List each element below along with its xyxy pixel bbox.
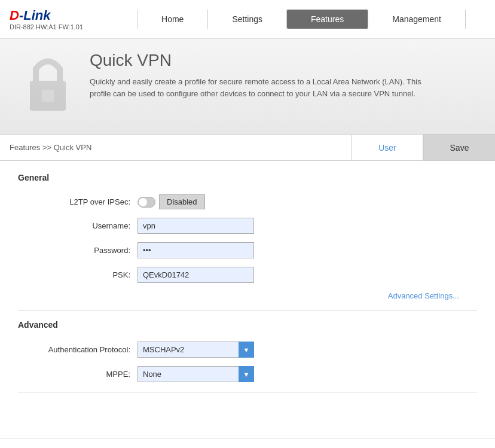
- l2tp-group: L2TP over IPSec: Disabled: [18, 194, 477, 209]
- password-group: Password:: [18, 242, 477, 258]
- l2tp-toggle-label[interactable]: Disabled: [159, 194, 205, 209]
- vpn-icon: [18, 51, 78, 117]
- username-group: Username:: [18, 218, 477, 234]
- advanced-settings-row: Advanced Settings...: [18, 291, 477, 300]
- psk-input[interactable]: [138, 267, 254, 283]
- l2tp-label: L2TP over IPSec:: [18, 197, 138, 206]
- advanced-section-title: Advanced: [18, 320, 477, 330]
- action-buttons: User Save: [352, 135, 495, 160]
- logo-area: D-Link DIR-882 HW:A1 FW:1.01: [10, 8, 117, 31]
- nav-features[interactable]: Features: [287, 10, 368, 29]
- mppe-wrapper: None 40-bit 128-bit: [138, 366, 254, 382]
- l2tp-toggle-container: Disabled: [138, 194, 205, 209]
- user-button[interactable]: User: [352, 135, 423, 160]
- hero-section: Quick VPN Quickly and easily create a pr…: [0, 39, 495, 135]
- footer: COPYRIGHT © 2016 D-Link: [0, 438, 495, 448]
- mppe-label: MPPE:: [18, 370, 138, 379]
- auth-protocol-group: Authentication Protocol: MSCHAPv2 CHAP P…: [18, 342, 477, 358]
- auth-protocol-wrapper: MSCHAPv2 CHAP PAP: [138, 342, 254, 358]
- breadcrumb: Features >> Quick VPN: [0, 135, 352, 160]
- hero-text: Quick VPN Quickly and easily create a pr…: [90, 51, 436, 99]
- mppe-select[interactable]: None 40-bit 128-bit: [138, 366, 254, 382]
- logo: D-Link: [10, 8, 117, 23]
- header: D-Link DIR-882 HW:A1 FW:1.01 Home Settin…: [0, 0, 495, 39]
- advanced-settings-link[interactable]: Advanced Settings...: [388, 291, 459, 300]
- username-label: Username:: [18, 221, 138, 230]
- content-area: General L2TP over IPSec: Disabled Userna…: [0, 161, 495, 414]
- nav-settings[interactable]: Settings: [208, 10, 287, 29]
- divider-2: [18, 392, 477, 392]
- auth-protocol-select[interactable]: MSCHAPv2 CHAP PAP: [138, 342, 254, 358]
- psk-label: PSK:: [18, 270, 138, 279]
- l2tp-toggle-switch[interactable]: [138, 197, 155, 208]
- nav-management[interactable]: Management: [368, 10, 466, 29]
- username-input[interactable]: [138, 218, 254, 234]
- svg-rect-1: [42, 90, 54, 102]
- hero-title: Quick VPN: [90, 51, 436, 70]
- save-button[interactable]: Save: [423, 135, 495, 160]
- psk-group: PSK:: [18, 267, 477, 283]
- main-nav: Home Settings Features Management: [117, 10, 485, 29]
- hero-description: Quickly and easily create a profile for …: [90, 76, 436, 99]
- mppe-group: MPPE: None 40-bit 128-bit: [18, 366, 477, 382]
- divider-1: [18, 310, 477, 310]
- breadcrumb-row: Features >> Quick VPN User Save: [0, 135, 495, 161]
- nav-home[interactable]: Home: [137, 10, 208, 29]
- logo-subtitle: DIR-882 HW:A1 FW:1.01: [10, 23, 117, 31]
- general-section-title: General: [18, 173, 477, 182]
- password-label: Password:: [18, 246, 138, 255]
- auth-protocol-label: Authentication Protocol:: [18, 345, 138, 354]
- password-input[interactable]: [138, 242, 254, 258]
